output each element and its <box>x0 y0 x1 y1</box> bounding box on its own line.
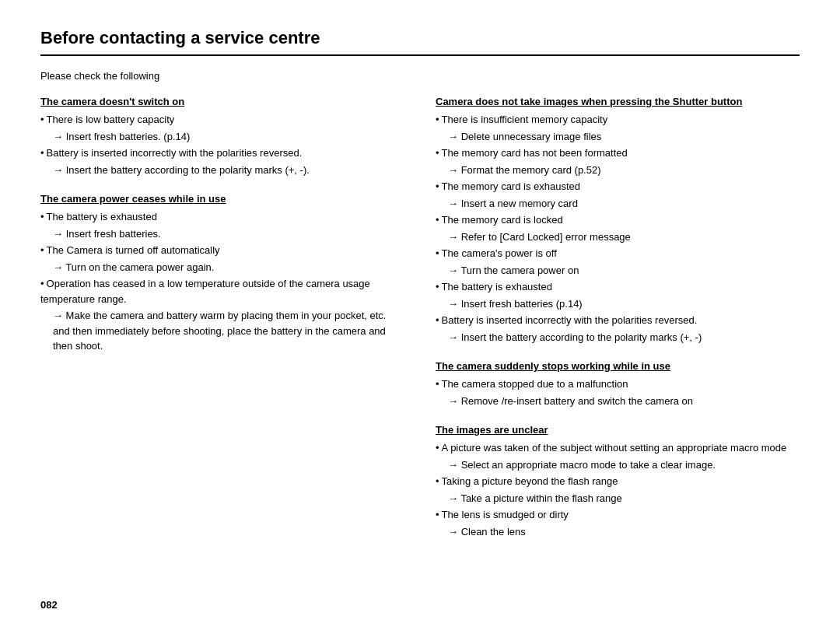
list-item: Insert the battery according to the pola… <box>448 330 800 345</box>
list-item: Insert a new memory card <box>448 196 800 212</box>
list-item: The memory card is locked <box>436 212 800 228</box>
page-number: 082 <box>40 599 58 611</box>
list-item: There is insufficient memory capacity <box>436 112 800 128</box>
section-camera-stops: The camera suddenly stops working while … <box>436 360 800 408</box>
list-item: Remove /re-insert battery and switch the… <box>448 394 800 409</box>
list-item: The camera stopped due to a malfunction <box>436 377 800 392</box>
section-images-unclear-title: The images are unclear <box>436 424 800 436</box>
list-item: The Camera is turned off automatically <box>40 243 404 258</box>
list-item: Insert fresh batteries. (p.14) <box>53 129 404 145</box>
page-title: Before contacting a service centre <box>40 28 800 56</box>
list-item: The battery is exhausted <box>40 209 404 225</box>
section-camera-no-switch-title: The camera doesn't switch on <box>40 96 404 107</box>
list-item: Clean the lens <box>448 524 800 540</box>
section-no-images-title: Camera does not take images when pressin… <box>436 96 800 107</box>
list-item: Turn the camera power on <box>448 263 800 278</box>
right-column: Camera does not take images when pressin… <box>436 96 800 555</box>
list-item: There is low battery capacity <box>40 112 404 128</box>
list-item: Turn on the camera power again. <box>53 260 404 275</box>
list-item: Refer to [Card Locked] error message <box>448 229 800 245</box>
section-camera-power-ceases: The camera power ceases while in use The… <box>40 193 404 354</box>
list-item: The battery is exhausted <box>436 279 800 295</box>
list-item: Insert fresh batteries (p.14) <box>448 296 800 312</box>
section-camera-stops-title: The camera suddenly stops working while … <box>436 360 800 372</box>
section-images-unclear: The images are unclear A picture was tak… <box>436 424 800 539</box>
list-item: A picture was taken of the subject witho… <box>436 440 800 456</box>
list-item: The camera's power is off <box>436 246 800 261</box>
section-camera-power-ceases-title: The camera power ceases while in use <box>40 193 404 205</box>
content-columns: The camera doesn't switch on There is lo… <box>40 96 800 555</box>
list-item: Taking a picture beyond the flash range <box>436 474 800 489</box>
intro-text: Please check the following <box>40 70 800 82</box>
list-item: The memory card is exhausted <box>436 179 800 194</box>
list-item: Format the memory card (p.52) <box>448 163 800 178</box>
page: Before contacting a service centre Pleas… <box>0 0 840 634</box>
section-camera-no-switch: The camera doesn't switch on There is lo… <box>40 96 404 177</box>
list-item: Delete unnecessary image files <box>448 129 800 145</box>
left-column: The camera doesn't switch on There is lo… <box>40 96 404 555</box>
list-item: Select an appropriate macro mode to take… <box>448 457 800 473</box>
list-item: The memory card has not been formatted <box>436 145 800 161</box>
list-item: The lens is smudged or dirty <box>436 507 800 523</box>
list-item: → Make the camera and battery warm by pl… <box>53 308 404 354</box>
list-item: Battery is inserted incorrectly with the… <box>40 145 404 161</box>
section-no-images: Camera does not take images when pressin… <box>436 96 800 345</box>
list-item: Insert fresh batteries. <box>53 226 404 242</box>
list-item: Take a picture within the flash range <box>448 491 800 506</box>
list-item: Battery is inserted incorrectly with the… <box>436 313 800 328</box>
list-item: Insert the battery according to the pola… <box>53 163 404 178</box>
list-item: Operation has ceased in a low temperatur… <box>40 276 404 306</box>
